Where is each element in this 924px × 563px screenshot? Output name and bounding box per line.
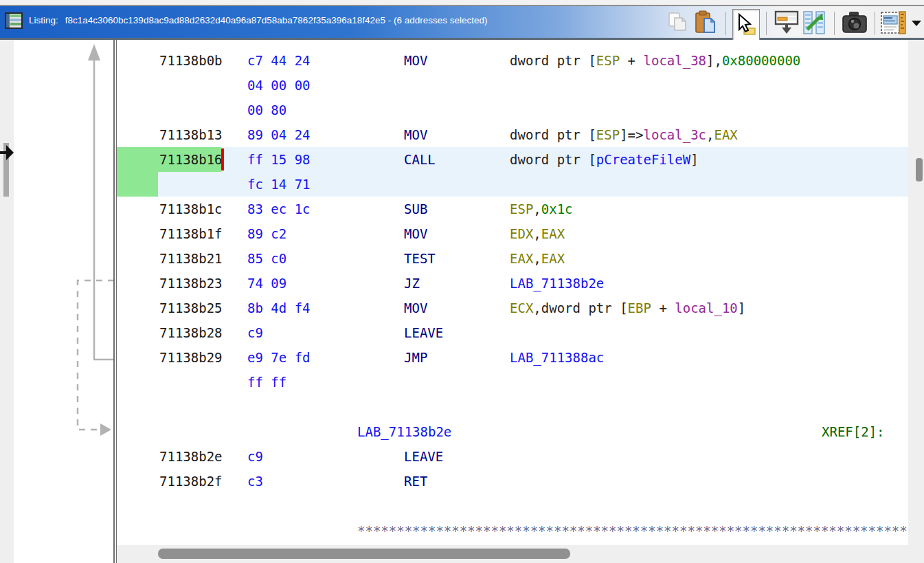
operand-reg[interactable]: ESP (510, 201, 533, 217)
listing-row[interactable] (117, 494, 908, 518)
bytes-field[interactable]: 8b 4d f4 (247, 296, 311, 320)
operand-ptr[interactable]: pCreateFileW (596, 152, 690, 167)
operand-lab[interactable]: LAB_71138b2e (510, 276, 604, 291)
operand-field[interactable]: dword ptr [ESP + local_38],0x80000000 (510, 48, 800, 73)
listing-row[interactable]: 71138b2fc3RET (117, 469, 908, 494)
cursor-select-button[interactable] (732, 9, 760, 42)
operand-reg[interactable]: ESP (596, 53, 620, 68)
operand-plain[interactable]: , (706, 127, 714, 142)
operand-plain[interactable]: , (533, 201, 541, 217)
address-field[interactable]: 71138b25 (159, 296, 223, 320)
bytes-field[interactable]: 89 c2 (247, 221, 286, 246)
listing-row[interactable]: 00 80 (117, 98, 908, 122)
bytes-field[interactable]: 83 ec 1c (247, 197, 311, 221)
operand-field[interactable]: ESP,0x1c (510, 197, 573, 221)
horizontal-scrollbar-thumb[interactable] (158, 549, 570, 559)
operand-plain[interactable]: dword ptr [ (510, 152, 596, 167)
diff-view-button[interactable] (800, 10, 828, 37)
address-field[interactable]: 71138b21 (159, 246, 223, 271)
bytes-field[interactable]: e9 7e fd (247, 345, 311, 370)
address-field[interactable]: 71138b29 (159, 345, 223, 370)
operand-reg[interactable]: ECX (510, 300, 533, 316)
address-field[interactable]: 71138b2e (159, 444, 223, 469)
clone-window-button[interactable] (881, 10, 920, 37)
listing-row[interactable]: ff ff (117, 370, 908, 395)
operand-plain[interactable]: ] (738, 300, 745, 316)
listing-row[interactable]: 71138b2374 09JZLAB_71138b2e (117, 271, 908, 296)
listing-row[interactable]: 71138b0bc7 44 24MOVdword ptr [ESP + loca… (117, 48, 908, 73)
mnemonic-field[interactable]: MOV (404, 122, 427, 147)
operand-var[interactable]: local_38 (644, 53, 707, 68)
operand-const[interactable]: 0x80000000 (722, 53, 800, 68)
operand-lab[interactable]: LAB_711388ac (510, 350, 604, 365)
bytes-field[interactable]: ff 15 98 (247, 147, 311, 172)
listing-row[interactable]: 71138b2ec9LEAVE (117, 444, 908, 469)
operand-reg[interactable]: EAX (541, 251, 565, 266)
snapshot-button[interactable] (841, 10, 868, 37)
address-field[interactable]: 71138b1c (159, 197, 223, 221)
operand-reg[interactable]: EAX (510, 251, 533, 266)
operand-reg[interactable]: EDX (510, 226, 533, 241)
operand-field[interactable]: LAB_711388ac (510, 345, 604, 370)
label-field[interactable]: LAB_71138b2e (357, 419, 451, 444)
bytes-field[interactable]: ff ff (247, 370, 286, 395)
mnemonic-field[interactable]: LEAVE (404, 444, 443, 469)
operand-plain[interactable]: dword ptr [ (510, 127, 596, 142)
bytes-field[interactable]: 00 80 (247, 98, 286, 122)
listing-row[interactable]: 71138b16ff 15 98CALLdword ptr [pCreateFi… (117, 147, 908, 172)
operand-var[interactable]: local_3c (644, 127, 707, 142)
operand-plain[interactable]: ], (706, 53, 722, 68)
listing-row[interactable]: fc 14 71 (117, 172, 908, 197)
bytes-field[interactable]: c9 (247, 444, 263, 469)
bytes-field[interactable]: 04 00 00 (247, 73, 311, 98)
address-field[interactable]: 71138b16 (159, 147, 223, 172)
address-field[interactable]: 71138b23 (159, 271, 223, 296)
listing-titlebar[interactable]: Listing:f8c1a4c3060bc139d8ac9ad88d2632d4… (0, 6, 924, 40)
copy-button[interactable] (664, 10, 692, 37)
mnemonic-field[interactable]: MOV (404, 221, 427, 246)
operand-const[interactable]: 0x1c (541, 201, 573, 217)
listing-row[interactable]: 71138b2185 c0TESTEAX,EAX (117, 246, 908, 271)
mnemonic-field[interactable]: TEST (404, 246, 436, 271)
listing-row[interactable]: 71138b1f89 c2MOVEDX,EAX (117, 221, 908, 246)
bytes-field[interactable]: c3 (247, 469, 263, 494)
mnemonic-field[interactable]: MOV (404, 296, 427, 320)
operand-plain[interactable]: ]=> (620, 127, 643, 142)
edit-fields-button[interactable] (773, 10, 800, 37)
listing-row[interactable]: 04 00 00 (117, 73, 908, 98)
operand-plain[interactable]: ,dword ptr [ (533, 300, 627, 316)
operand-plain[interactable]: , (533, 226, 541, 241)
operand-reg[interactable]: EAX (541, 226, 565, 241)
mnemonic-field[interactable]: SUB (404, 197, 427, 221)
operand-field[interactable]: ECX,dword ptr [EBP + local_10] (510, 296, 745, 320)
operand-field[interactable]: dword ptr [pCreateFileW] (510, 147, 699, 172)
listing-row[interactable]: 71138b258b 4d f4MOVECX,dword ptr [EBP + … (117, 296, 908, 320)
address-field[interactable]: 71138b1f (159, 221, 223, 246)
bytes-field[interactable]: fc 14 71 (247, 172, 311, 197)
listing-row[interactable]: 71138b1c83 ec 1cSUBESP,0x1c (117, 197, 908, 221)
mnemonic-field[interactable]: LEAVE (404, 320, 443, 345)
bytes-field[interactable]: c7 44 24 (247, 48, 311, 73)
listing-row[interactable]: ****************************************… (117, 518, 908, 543)
bytes-field[interactable]: c9 (247, 320, 263, 345)
operand-plain[interactable]: ] (690, 152, 698, 167)
marker-margin[interactable] (0, 40, 14, 563)
xref-field[interactable]: XREF[2]: (822, 419, 885, 444)
listing-row[interactable]: 71138b1389 04 24MOVdword ptr [ESP]=>loca… (117, 122, 908, 147)
listing-row[interactable]: 71138b28c9LEAVE (117, 320, 908, 345)
mnemonic-field[interactable]: RET (404, 469, 427, 494)
listing-row[interactable]: LAB_71138b2eXREF[2]: (117, 419, 908, 444)
mnemonic-field[interactable]: JZ (404, 271, 420, 296)
mnemonic-field[interactable]: CALL (404, 147, 436, 172)
operand-reg[interactable]: EBP (628, 300, 651, 316)
operand-reg[interactable]: ESP (596, 127, 620, 142)
operand-var[interactable]: local_10 (675, 300, 738, 316)
operand-field[interactable]: LAB_71138b2e (510, 271, 604, 296)
address-field[interactable]: 71138b0b (159, 48, 223, 73)
address-field[interactable]: 71138b2f (159, 469, 223, 494)
operand-field[interactable]: dword ptr [ESP]=>local_3c,EAX (510, 122, 738, 147)
address-field[interactable]: 71138b28 (159, 320, 223, 345)
address-field[interactable]: 71138b13 (159, 122, 223, 147)
operand-field[interactable]: EDX,EAX (510, 221, 565, 246)
listing-row[interactable]: 71138b29e9 7e fdJMPLAB_711388ac (117, 345, 908, 370)
